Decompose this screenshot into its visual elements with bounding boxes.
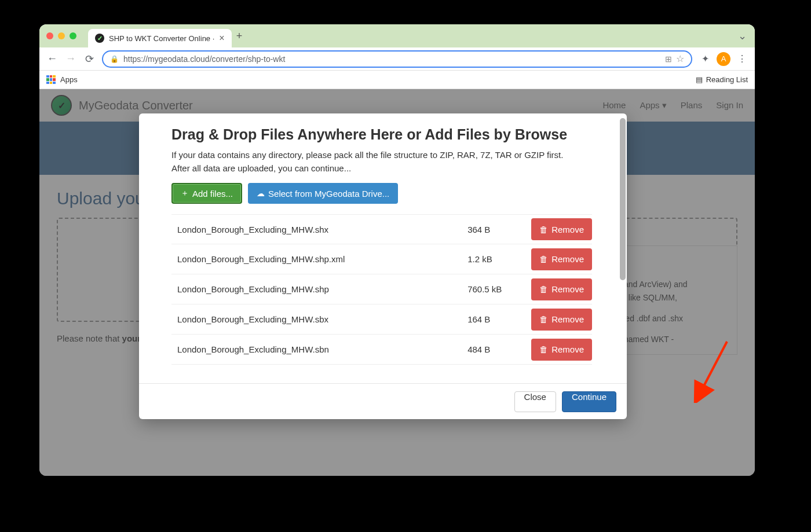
trash-icon: 🗑 — [539, 254, 548, 264]
extensions-icon[interactable]: ✦ — [699, 53, 711, 65]
trash-icon: 🗑 — [539, 344, 548, 354]
file-row: London_Borough_Excluding_MHW.sbn484 B🗑Re… — [171, 335, 592, 365]
modal-scrollbar[interactable] — [620, 118, 626, 280]
menu-icon[interactable]: ⋮ — [736, 53, 748, 65]
lock-icon: 🔒 — [110, 55, 119, 63]
apps-icon[interactable] — [46, 75, 56, 85]
favicon-icon: ✓ — [95, 34, 104, 43]
upload-modal: Drag & Drop Files Anywhere Here or Add F… — [139, 113, 627, 419]
file-size: 164 B — [467, 314, 531, 324]
remove-button[interactable]: 🗑Remove — [531, 278, 592, 300]
browser-window: ✓ SHP to WKT Converter Online · × + ⌄ ← … — [39, 24, 755, 476]
url-text: https://mygeodata.cloud/converter/shp-to… — [123, 54, 285, 64]
file-row: London_Borough_Excluding_MHW.shp760.5 kB… — [171, 274, 592, 304]
remove-button[interactable]: 🗑Remove — [531, 248, 592, 270]
close-tab-icon[interactable]: × — [219, 33, 224, 43]
plus-icon: ＋ — [181, 188, 189, 199]
remove-button[interactable]: 🗑Remove — [531, 309, 592, 331]
file-list: London_Borough_Excluding_MHW.shx364 B🗑Re… — [171, 214, 592, 365]
file-name: London_Borough_Excluding_MHW.shx — [171, 225, 467, 234]
toolbar-right: ✦ A ⋮ — [699, 52, 748, 66]
reload-button[interactable]: ⟳ — [83, 53, 95, 65]
maximize-window-icon[interactable] — [70, 32, 76, 39]
bookmark-star-icon[interactable]: ☆ — [676, 53, 684, 64]
trash-icon: 🗑 — [539, 314, 548, 324]
back-button[interactable]: ← — [46, 53, 58, 65]
modal-description: If your data contains any directory, ple… — [171, 149, 592, 175]
continue-button[interactable]: Continue — [562, 391, 616, 412]
file-size: 760.5 kB — [467, 284, 531, 294]
minimize-window-icon[interactable] — [58, 32, 65, 39]
chevron-down-icon[interactable]: ⌄ — [736, 30, 748, 42]
trash-icon: 🗑 — [539, 284, 548, 294]
file-size: 364 B — [467, 225, 531, 234]
profile-avatar[interactable]: A — [717, 52, 730, 66]
reading-list-icon[interactable]: ▤ — [696, 75, 703, 84]
tab-strip: ✓ SHP to WKT Converter Online · × + ⌄ — [39, 24, 755, 47]
tab-title: SHP to WKT Converter Online · — [109, 34, 214, 43]
bookmarks-bar: Apps ▤ Reading List — [39, 71, 755, 89]
trash-icon: 🗑 — [539, 225, 548, 234]
modal-title: Drag & Drop Files Anywhere Here or Add F… — [171, 126, 592, 143]
add-files-button[interactable]: ＋ Add files... — [171, 183, 242, 204]
apps-label[interactable]: Apps — [60, 75, 78, 84]
cloud-icon: ☁ — [257, 189, 265, 198]
file-name: London_Borough_Excluding_MHW.shp.xml — [171, 254, 467, 264]
reading-list-link[interactable]: Reading List — [706, 75, 748, 84]
toolbar: ← → ⟳ 🔒 https://mygeodata.cloud/converte… — [39, 47, 755, 71]
page-content: ✓ MyGeodata Converter Home Apps ▾ Plans … — [39, 89, 755, 476]
remove-button[interactable]: 🗑Remove — [531, 339, 592, 361]
modal-body: Drag & Drop Files Anywhere Here or Add F… — [139, 113, 627, 383]
close-button[interactable]: Close — [514, 391, 556, 412]
file-name: London_Borough_Excluding_MHW.shp — [171, 284, 467, 294]
translate-icon[interactable]: ⊞ — [665, 54, 671, 64]
modal-footer: Close Continue — [139, 383, 627, 419]
file-row: London_Borough_Excluding_MHW.shx364 B🗑Re… — [171, 214, 592, 244]
file-size: 484 B — [467, 344, 531, 354]
browser-tab[interactable]: ✓ SHP to WKT Converter Online · × — [88, 29, 232, 47]
remove-button[interactable]: 🗑Remove — [531, 218, 592, 240]
file-name: London_Borough_Excluding_MHW.sbx — [171, 314, 467, 324]
new-tab-button[interactable]: + — [236, 30, 243, 42]
file-size: 1.2 kB — [467, 254, 531, 264]
forward-button: → — [65, 53, 76, 65]
window-controls — [46, 32, 76, 39]
file-row: London_Borough_Excluding_MHW.shp.xml1.2 … — [171, 244, 592, 274]
file-row: London_Borough_Excluding_MHW.sbx164 B🗑Re… — [171, 304, 592, 335]
select-drive-button[interactable]: ☁ Select from MyGeodata Drive... — [248, 183, 398, 204]
modal-buttons: ＋ Add files... ☁ Select from MyGeodata D… — [171, 183, 592, 204]
file-name: London_Borough_Excluding_MHW.sbn — [171, 344, 467, 354]
address-bar[interactable]: 🔒 https://mygeodata.cloud/converter/shp-… — [102, 50, 692, 68]
close-window-icon[interactable] — [46, 32, 53, 39]
